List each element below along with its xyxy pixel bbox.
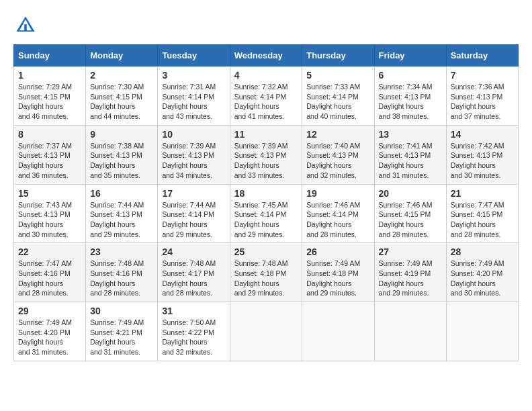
day-number: 28 xyxy=(451,246,514,257)
day-number: 21 xyxy=(451,188,514,199)
day-number: 22 xyxy=(18,246,81,257)
day-number: 3 xyxy=(162,70,225,81)
calendar-cell: 30Sunrise: 7:49 AMSunset: 4:21 PMDayligh… xyxy=(86,302,158,361)
calendar-week-3: 15Sunrise: 7:43 AMSunset: 4:13 PMDayligh… xyxy=(14,184,519,243)
day-number: 14 xyxy=(451,129,514,140)
day-number: 9 xyxy=(90,129,153,140)
day-info: Sunrise: 7:44 AMSunset: 4:13 PMDaylight … xyxy=(90,200,153,240)
day-number: 7 xyxy=(451,70,514,81)
day-info: Sunrise: 7:41 AMSunset: 4:13 PMDaylight … xyxy=(379,141,442,181)
day-info: Sunrise: 7:48 AMSunset: 4:16 PMDaylight … xyxy=(90,259,153,298)
day-number: 24 xyxy=(162,246,225,257)
calendar-cell: 12Sunrise: 7:40 AMSunset: 4:13 PMDayligh… xyxy=(302,125,374,184)
day-header-tuesday: Tuesday xyxy=(158,45,230,66)
day-header-friday: Friday xyxy=(374,45,446,66)
day-info: Sunrise: 7:48 AMSunset: 4:17 PMDaylight … xyxy=(162,259,225,298)
day-header-monday: Monday xyxy=(86,45,158,66)
day-info: Sunrise: 7:29 AMSunset: 4:15 PMDaylight … xyxy=(18,82,81,122)
day-info: Sunrise: 7:39 AMSunset: 4:13 PMDaylight … xyxy=(234,141,298,181)
day-number: 4 xyxy=(234,70,298,81)
day-info: Sunrise: 7:49 AMSunset: 4:20 PMDaylight … xyxy=(18,318,81,357)
day-info: Sunrise: 7:43 AMSunset: 4:13 PMDaylight … xyxy=(18,200,81,240)
calendar-week-1: 1Sunrise: 7:29 AMSunset: 4:15 PMDaylight… xyxy=(14,66,519,126)
day-info: Sunrise: 7:45 AMSunset: 4:14 PMDaylight … xyxy=(234,200,298,240)
calendar-week-2: 8Sunrise: 7:37 AMSunset: 4:13 PMDaylight… xyxy=(14,125,519,184)
calendar-cell: 14Sunrise: 7:42 AMSunset: 4:13 PMDayligh… xyxy=(446,125,518,184)
day-number: 15 xyxy=(18,188,81,199)
calendar-cell: 25Sunrise: 7:48 AMSunset: 4:18 PMDayligh… xyxy=(230,243,302,302)
calendar-header-row: SundayMondayTuesdayWednesdayThursdayFrid… xyxy=(14,45,519,66)
calendar-cell: 4Sunrise: 7:32 AMSunset: 4:14 PMDaylight… xyxy=(230,66,302,126)
calendar-cell: 1Sunrise: 7:29 AMSunset: 4:15 PMDaylight… xyxy=(14,66,86,126)
day-info: Sunrise: 7:49 AMSunset: 4:19 PMDaylight … xyxy=(379,259,442,298)
calendar-cell: 13Sunrise: 7:41 AMSunset: 4:13 PMDayligh… xyxy=(374,125,446,184)
day-header-saturday: Saturday xyxy=(446,45,518,66)
calendar-cell: 3Sunrise: 7:31 AMSunset: 4:14 PMDaylight… xyxy=(158,66,230,126)
calendar-week-5: 29Sunrise: 7:49 AMSunset: 4:20 PMDayligh… xyxy=(14,302,519,361)
day-number: 26 xyxy=(306,246,369,257)
day-header-thursday: Thursday xyxy=(302,45,374,66)
day-info: Sunrise: 7:49 AMSunset: 4:18 PMDaylight … xyxy=(306,259,369,298)
day-number: 5 xyxy=(306,70,369,81)
day-info: Sunrise: 7:47 AMSunset: 4:15 PMDaylight … xyxy=(451,200,514,240)
calendar-cell: 7Sunrise: 7:36 AMSunset: 4:13 PMDaylight… xyxy=(446,66,518,126)
day-info: Sunrise: 7:49 AMSunset: 4:21 PMDaylight … xyxy=(90,318,153,357)
day-number: 8 xyxy=(18,129,81,140)
calendar-week-4: 22Sunrise: 7:47 AMSunset: 4:16 PMDayligh… xyxy=(14,243,519,302)
calendar-cell: 22Sunrise: 7:47 AMSunset: 4:16 PMDayligh… xyxy=(14,243,86,302)
day-info: Sunrise: 7:50 AMSunset: 4:22 PMDaylight … xyxy=(162,318,225,357)
day-info: Sunrise: 7:42 AMSunset: 4:13 PMDaylight … xyxy=(451,141,514,181)
calendar-cell: 24Sunrise: 7:48 AMSunset: 4:17 PMDayligh… xyxy=(158,243,230,302)
day-number: 19 xyxy=(306,188,369,199)
calendar-cell: 23Sunrise: 7:48 AMSunset: 4:16 PMDayligh… xyxy=(86,243,158,302)
day-header-sunday: Sunday xyxy=(14,45,86,66)
calendar-cell: 20Sunrise: 7:46 AMSunset: 4:15 PMDayligh… xyxy=(374,184,446,243)
day-info: Sunrise: 7:36 AMSunset: 4:13 PMDaylight … xyxy=(451,82,514,122)
calendar-cell: 19Sunrise: 7:46 AMSunset: 4:14 PMDayligh… xyxy=(302,184,374,243)
calendar-cell: 29Sunrise: 7:49 AMSunset: 4:20 PMDayligh… xyxy=(14,302,86,361)
day-number: 1 xyxy=(18,70,81,81)
day-number: 30 xyxy=(90,306,153,316)
day-info: Sunrise: 7:32 AMSunset: 4:14 PMDaylight … xyxy=(234,82,298,122)
day-info: Sunrise: 7:46 AMSunset: 4:15 PMDaylight … xyxy=(379,200,442,240)
day-number: 13 xyxy=(379,129,442,140)
logo-icon xyxy=(13,13,38,38)
calendar-cell: 28Sunrise: 7:49 AMSunset: 4:20 PMDayligh… xyxy=(446,243,518,302)
day-number: 10 xyxy=(162,129,225,140)
calendar-cell: 11Sunrise: 7:39 AMSunset: 4:13 PMDayligh… xyxy=(230,125,302,184)
day-header-wednesday: Wednesday xyxy=(230,45,302,66)
day-number: 18 xyxy=(234,188,298,199)
calendar-cell: 6Sunrise: 7:34 AMSunset: 4:13 PMDaylight… xyxy=(374,66,446,126)
day-number: 17 xyxy=(162,188,225,199)
day-info: Sunrise: 7:37 AMSunset: 4:13 PMDaylight … xyxy=(18,141,81,181)
calendar-cell xyxy=(446,302,518,361)
day-number: 6 xyxy=(379,70,442,81)
calendar-cell: 5Sunrise: 7:33 AMSunset: 4:14 PMDaylight… xyxy=(302,66,374,126)
calendar-cell: 18Sunrise: 7:45 AMSunset: 4:14 PMDayligh… xyxy=(230,184,302,243)
calendar-cell: 16Sunrise: 7:44 AMSunset: 4:13 PMDayligh… xyxy=(86,184,158,243)
calendar-cell: 21Sunrise: 7:47 AMSunset: 4:15 PMDayligh… xyxy=(446,184,518,243)
day-info: Sunrise: 7:38 AMSunset: 4:13 PMDaylight … xyxy=(90,141,153,181)
calendar-table: SundayMondayTuesdayWednesdayThursdayFrid… xyxy=(13,44,519,361)
calendar-cell: 15Sunrise: 7:43 AMSunset: 4:13 PMDayligh… xyxy=(14,184,86,243)
calendar-cell: 10Sunrise: 7:39 AMSunset: 4:13 PMDayligh… xyxy=(158,125,230,184)
day-info: Sunrise: 7:46 AMSunset: 4:14 PMDaylight … xyxy=(306,200,369,240)
day-number: 29 xyxy=(18,306,81,316)
calendar-cell: 2Sunrise: 7:30 AMSunset: 4:15 PMDaylight… xyxy=(86,66,158,126)
day-number: 25 xyxy=(234,246,298,257)
day-info: Sunrise: 7:44 AMSunset: 4:14 PMDaylight … xyxy=(162,200,225,240)
calendar-cell xyxy=(374,302,446,361)
calendar-cell: 27Sunrise: 7:49 AMSunset: 4:19 PMDayligh… xyxy=(374,243,446,302)
day-info: Sunrise: 7:47 AMSunset: 4:16 PMDaylight … xyxy=(18,259,81,298)
page-header xyxy=(13,13,519,38)
calendar-cell: 9Sunrise: 7:38 AMSunset: 4:13 PMDaylight… xyxy=(86,125,158,184)
day-info: Sunrise: 7:49 AMSunset: 4:20 PMDaylight … xyxy=(451,259,514,298)
calendar-cell: 17Sunrise: 7:44 AMSunset: 4:14 PMDayligh… xyxy=(158,184,230,243)
calendar-cell xyxy=(230,302,302,361)
day-info: Sunrise: 7:34 AMSunset: 4:13 PMDaylight … xyxy=(379,82,442,122)
logo xyxy=(13,13,42,38)
day-number: 23 xyxy=(90,246,153,257)
day-number: 2 xyxy=(90,70,153,81)
day-info: Sunrise: 7:39 AMSunset: 4:13 PMDaylight … xyxy=(162,141,225,181)
day-number: 27 xyxy=(379,246,442,257)
